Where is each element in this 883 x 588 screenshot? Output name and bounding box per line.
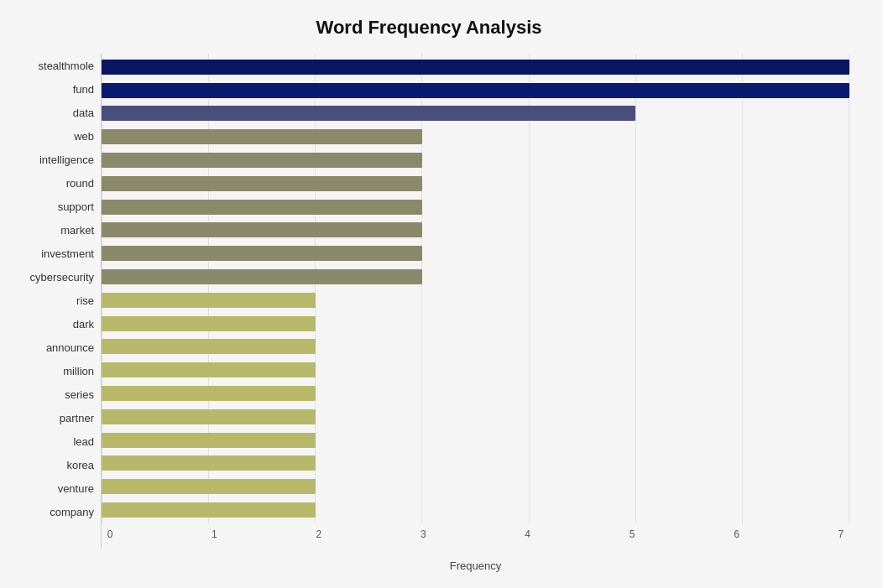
y-label: web <box>8 125 101 147</box>
y-axis: stealthmolefunddatawebintelligencerounds… <box>8 54 101 549</box>
bar-row <box>102 408 849 426</box>
bar <box>102 386 316 401</box>
bar-row <box>102 454 849 472</box>
bar-row <box>102 361 849 379</box>
bar-row <box>102 268 849 286</box>
bar <box>102 362 316 377</box>
bar-row <box>102 174 849 193</box>
x-tick: 3 <box>415 528 431 540</box>
bar-row <box>102 198 849 216</box>
bar <box>102 479 316 494</box>
bar <box>102 200 422 215</box>
bar-row <box>102 431 849 450</box>
bar <box>102 106 635 121</box>
x-tick: 4 <box>520 528 536 540</box>
y-label: support <box>8 195 101 217</box>
y-label: fund <box>8 78 101 100</box>
x-tick: 5 <box>624 528 640 540</box>
bars-container <box>102 54 849 523</box>
x-tick: 2 <box>311 528 327 540</box>
bar <box>102 222 422 237</box>
y-label: stealthmole <box>8 55 101 76</box>
x-tick: 1 <box>206 528 222 540</box>
y-label: company <box>8 501 101 523</box>
bar-row <box>102 501 849 519</box>
bar <box>102 246 422 261</box>
bar-row <box>102 127 849 146</box>
bar <box>102 83 849 98</box>
bar-row <box>102 244 849 263</box>
bar-row <box>102 81 849 100</box>
bar <box>102 502 316 518</box>
bar <box>102 409 316 424</box>
y-label: data <box>8 101 101 123</box>
bar <box>102 293 316 308</box>
y-label: korea <box>8 454 101 476</box>
bar-row <box>102 221 849 239</box>
chart-title: Word Frequency Analysis <box>8 17 849 39</box>
bar <box>102 316 316 331</box>
bar-row <box>102 104 849 122</box>
bar-row <box>102 151 849 169</box>
bar <box>102 269 422 284</box>
y-label: round <box>8 172 101 194</box>
bar <box>102 339 316 354</box>
plot-area: 01234567 Frequency <box>101 54 849 549</box>
x-tick: 0 <box>102 528 118 540</box>
bar-row <box>102 315 849 333</box>
y-label: announce <box>8 336 101 358</box>
bar <box>102 153 422 168</box>
y-label: investment <box>8 242 101 264</box>
x-axis-label: Frequency <box>450 559 501 572</box>
y-label: cybersecurity <box>8 266 101 288</box>
x-tick: 6 <box>729 528 745 540</box>
y-label: dark <box>8 313 101 335</box>
bar-row <box>102 291 849 310</box>
bar <box>102 129 422 144</box>
x-ticks-row: 01234567 <box>102 525 849 549</box>
y-label: partner <box>8 407 101 429</box>
chart-container: Word Frequency Analysis stealthmolefundd… <box>0 0 883 588</box>
bar <box>102 433 316 448</box>
bar <box>102 60 849 75</box>
x-tick: 7 <box>833 528 849 540</box>
y-label: venture <box>8 477 101 499</box>
y-label: intelligence <box>8 148 101 170</box>
bar-row <box>102 477 849 496</box>
bar-row <box>102 384 849 403</box>
bar <box>102 176 422 191</box>
bar-row <box>102 58 849 76</box>
bar <box>102 455 316 471</box>
y-label: series <box>8 383 101 405</box>
bar-row <box>102 337 849 356</box>
y-label: million <box>8 360 101 382</box>
y-label: rise <box>8 289 101 311</box>
chart-area: stealthmolefunddatawebintelligencerounds… <box>8 54 849 549</box>
y-label: lead <box>8 430 101 452</box>
y-label: market <box>8 219 101 241</box>
